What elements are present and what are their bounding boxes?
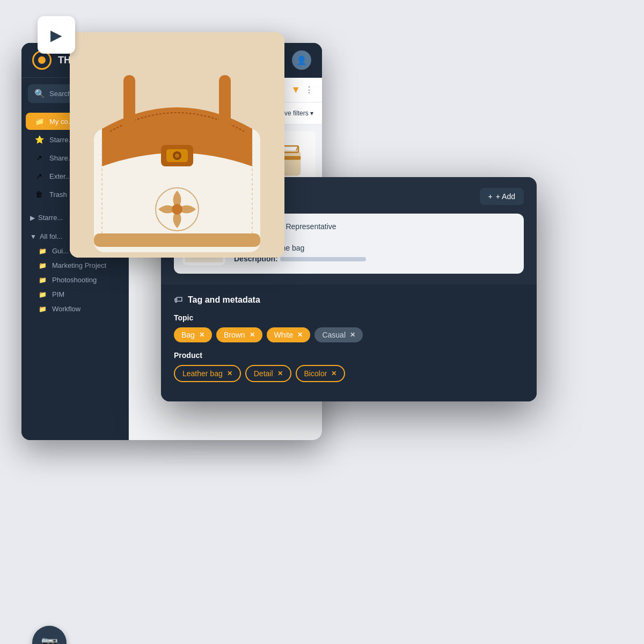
camera-icon: 📷 xyxy=(41,635,58,645)
topic-chips: Bag ✕ Brown ✕ White ✕ Casual ✕ xyxy=(174,327,524,342)
logo-inner xyxy=(38,56,46,64)
chip-remove-icon[interactable]: ✕ xyxy=(297,331,303,339)
folder-icon: 📁 xyxy=(39,305,47,313)
chip-bag[interactable]: Bag ✕ xyxy=(174,327,212,342)
user-avatar[interactable]: 👤 xyxy=(292,50,311,70)
tag-metadata-section: 🏷 Tag and metadata Topic Bag ✕ Brown ✕ W… xyxy=(161,284,537,401)
chip-label: Bicolor xyxy=(304,369,327,378)
folder-icon: 📁 xyxy=(39,247,47,255)
sidebar-item-marketing-project[interactable]: 📁 Marketing Project xyxy=(21,258,128,273)
relation-type-value: Representative xyxy=(286,222,336,231)
chip-remove-icon[interactable]: ✕ xyxy=(250,331,255,339)
chip-bicolor[interactable]: Bicolor ✕ xyxy=(296,365,346,382)
main-bag-image xyxy=(70,32,284,258)
play-icon: ▶ xyxy=(50,26,62,44)
svg-rect-20 xyxy=(219,75,231,134)
folder-icon: 📁 xyxy=(34,117,44,126)
chip-label: Casual xyxy=(322,331,346,339)
chip-remove-icon[interactable]: ✕ xyxy=(199,331,204,339)
chip-white[interactable]: White ✕ xyxy=(267,327,311,342)
chip-remove-icon[interactable]: ✕ xyxy=(277,370,283,377)
chip-label: Leather bag xyxy=(182,369,223,378)
chevron-right-icon: ▶ xyxy=(30,214,35,222)
chevron-down-icon: ▼ xyxy=(30,233,36,240)
chip-leather-bag[interactable]: Leather bag ✕ xyxy=(174,365,241,382)
svg-point-24 xyxy=(175,153,179,158)
svg-rect-29 xyxy=(94,233,260,247)
folder-icon: 📁 xyxy=(39,276,47,284)
tag-section-title: Tag and metadata xyxy=(188,295,260,305)
chip-label: Brown xyxy=(224,331,245,339)
share-icon: ↗ xyxy=(34,153,44,162)
folder-icon: 📁 xyxy=(39,262,47,269)
chip-label: Bag xyxy=(181,331,195,339)
tag-section-header: 🏷 Tag and metadata xyxy=(174,295,524,305)
camera-overlay-button[interactable]: 📷 xyxy=(32,626,67,644)
chip-label: White xyxy=(274,331,294,339)
sub-item-label: PIM xyxy=(52,290,64,298)
svg-rect-19 xyxy=(123,75,135,134)
sub-item-label: Gui... xyxy=(52,247,69,255)
group-label: All fol... xyxy=(40,232,63,240)
add-label: + Add xyxy=(496,192,515,201)
sidebar-item-photoshooting[interactable]: 📁 Photoshooting xyxy=(21,273,128,287)
sub-item-label: Photoshooting xyxy=(52,276,97,284)
svg-point-26 xyxy=(172,204,182,215)
topic-label: Topic xyxy=(174,313,524,322)
description-bar xyxy=(280,257,366,261)
sub-item-label: Workflow xyxy=(52,305,80,313)
folder-icon: 📁 xyxy=(39,291,47,298)
product-chips: Leather bag ✕ Detail ✕ Bicolor ✕ xyxy=(174,365,524,382)
add-icon: + xyxy=(488,192,493,201)
star-icon: ⭐ xyxy=(34,135,44,144)
tag-icon: 🏷 xyxy=(174,295,182,305)
chip-brown[interactable]: Brown ✕ xyxy=(216,327,262,342)
chip-casual[interactable]: Casual ✕ xyxy=(314,327,363,342)
chip-remove-icon[interactable]: ✕ xyxy=(350,331,355,339)
filter-icon[interactable]: ▼ xyxy=(291,84,301,96)
sidebar-item-label: Trash xyxy=(49,191,67,199)
group-label: Starre... xyxy=(38,214,63,222)
chip-detail[interactable]: Detail ✕ xyxy=(245,365,291,382)
trash-icon: 🗑 xyxy=(34,190,44,199)
sidebar-item-workflow[interactable]: 📁 Workflow xyxy=(21,302,128,316)
video-play-overlay[interactable]: ▶ xyxy=(38,16,75,54)
chip-remove-icon[interactable]: ✕ xyxy=(331,370,336,377)
more-options-icon[interactable]: ⋮ xyxy=(305,85,313,95)
chip-label: Detail xyxy=(254,369,273,378)
add-product-button[interactable]: + + Add xyxy=(480,188,524,205)
sidebar-item-label: Exter... xyxy=(49,172,71,180)
external-icon: ↗ xyxy=(34,172,44,180)
search-label: Search xyxy=(49,90,71,98)
sub-item-label: Marketing Project xyxy=(52,261,106,269)
search-icon: 🔍 xyxy=(34,89,45,99)
bag-large-svg xyxy=(70,32,284,258)
product-label: Product xyxy=(174,351,524,360)
chip-remove-icon[interactable]: ✕ xyxy=(227,370,232,377)
sidebar-item-pim[interactable]: 📁 PIM xyxy=(21,287,128,302)
